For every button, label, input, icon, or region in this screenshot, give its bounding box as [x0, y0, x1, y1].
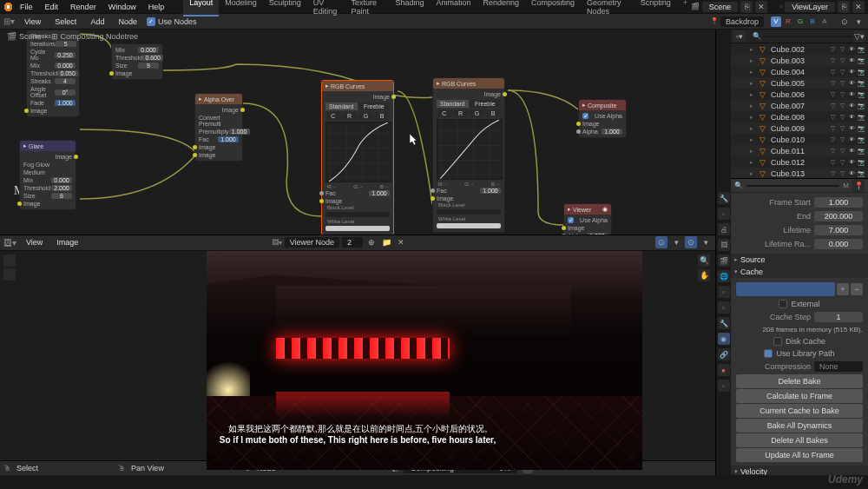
viewport-toggle-icon[interactable]: ▽ — [828, 147, 837, 155]
glare-type[interactable]: Fog Glow — [23, 161, 72, 169]
use-alpha-check[interactable]: ✓ — [568, 217, 574, 223]
props-search[interactable] — [746, 185, 839, 187]
prop-value[interactable]: 0° — [55, 89, 76, 96]
tab-compositing[interactable]: Compositing — [525, 0, 581, 17]
display-mode-icon[interactable]: ▫▾ — [733, 30, 746, 43]
socket-label[interactable]: Image — [115, 70, 132, 76]
object-name[interactable]: Cube.006 — [771, 90, 805, 99]
cache-step-value[interactable]: 1 — [814, 312, 863, 322]
curve-std-tab[interactable]: Standard — [326, 102, 358, 110]
outliner-item[interactable]: ▸▽Cube.003▽▽👁📷 — [731, 55, 868, 66]
expand-icon[interactable]: ▸ — [750, 114, 757, 121]
node-editor[interactable]: 🎬Scene › ⊞Compositing Nodetree M Streaks — [0, 30, 715, 235]
viewport-toggle-icon[interactable]: ▽ — [828, 135, 837, 144]
channel-v[interactable]: V — [771, 17, 781, 27]
lifetime-value[interactable]: 7.000 — [814, 225, 863, 235]
viewport-toggle-icon[interactable]: ▽ — [828, 45, 837, 54]
object-name[interactable]: Cube.010 — [771, 135, 805, 144]
white-level[interactable]: White Level — [438, 216, 465, 221]
expand-icon[interactable]: ▸ — [750, 80, 757, 87]
render-toggle-icon[interactable]: ▽ — [838, 113, 846, 122]
current-cache-to-bake-button[interactable]: Current Cache to Bake — [736, 404, 863, 418]
camera-icon[interactable]: 📷 — [857, 45, 865, 54]
image-socket[interactable]: Image — [326, 198, 342, 204]
image-menu-img[interactable]: Image — [52, 237, 82, 248]
outliner-item[interactable]: ▸▽Cube.005▽▽👁📷 — [731, 77, 868, 89]
filter-icon[interactable]: ▽▾ — [853, 30, 865, 43]
lifetime-ra-value[interactable]: 0.000 — [814, 239, 863, 249]
curve-graph-2[interactable] — [437, 119, 503, 180]
image-socket[interactable]: Image — [437, 195, 453, 202]
curve-r-tab2[interactable]: R — [453, 109, 469, 117]
scene-new-button[interactable]: ⎘ — [740, 1, 753, 13]
curve-c-tab[interactable]: C — [326, 112, 341, 120]
viewlayer-new-button[interactable]: ⎘ — [838, 1, 850, 13]
glare-quality[interactable]: Medium — [23, 169, 72, 176]
use-alpha-check[interactable]: ✓ — [582, 113, 589, 119]
alpha-socket[interactable]: Alpha — [582, 129, 598, 135]
render-toggle-icon[interactable]: ▽ — [838, 135, 846, 144]
node-rgb-curves-2[interactable]: ▸ RGB Curves Image Standard Freebie C R … — [432, 77, 505, 233]
expand-icon[interactable]: ▸ — [750, 57, 757, 64]
tab-add[interactable]: + — [677, 0, 689, 17]
sample-tool-icon[interactable] — [3, 254, 16, 267]
node-menu[interactable]: Node — [114, 17, 141, 27]
add-menu[interactable]: Add — [86, 17, 108, 27]
viewport-toggle-icon[interactable]: ▽ — [828, 158, 837, 167]
camera-icon[interactable]: 📷 — [857, 56, 865, 65]
black-level[interactable]: Black Level — [438, 202, 465, 208]
pin-icon[interactable]: 📍 — [710, 17, 719, 25]
use-nodes-checkbox[interactable]: ✓ Use Nodes — [147, 17, 197, 26]
node-rgb-curves-1[interactable]: ▸ RGB Curves Image Standard Freebie C R … — [321, 80, 394, 235]
curve-b-tab2[interactable]: B — [485, 109, 501, 117]
prop-value[interactable]: 9 — [138, 63, 159, 69]
scene-selector[interactable]: Scene — [702, 2, 739, 12]
tab-texture[interactable]: Texture Paint — [345, 0, 390, 17]
render-tab-icon[interactable]: ▫ — [718, 208, 730, 220]
render-toggle-icon[interactable]: ▽ — [838, 158, 846, 167]
camera-icon[interactable]: 📷 — [857, 158, 865, 167]
tab-sculpting[interactable]: Sculpting — [263, 0, 307, 17]
external-check[interactable] — [779, 300, 787, 308]
gizmo-icon-1[interactable]: ⊙ — [655, 236, 667, 248]
outliner-list[interactable]: ▸▽Cube.002▽▽👁📷▸▽Cube.003▽▽👁📷▸▽Cube.004▽▽… — [731, 43, 868, 179]
visibility-icon[interactable]: 👁 — [847, 158, 856, 167]
socket-label[interactable]: Image — [30, 108, 47, 114]
tab-shading[interactable]: Shading — [389, 0, 430, 17]
open-image-icon[interactable]: 📁 — [380, 236, 392, 248]
outliner-item[interactable]: ▸▽Cube.012▽▽👁📷 — [731, 156, 868, 168]
view-menu-img[interactable]: View — [22, 237, 47, 248]
update-all-to-frame-button[interactable]: Update All to Frame — [736, 448, 863, 462]
curve-std-tab2[interactable]: Standard — [437, 100, 469, 108]
render-menu[interactable]: Render — [65, 2, 102, 12]
zoom-gizmo-icon[interactable]: 🔍 — [698, 254, 710, 267]
expand-icon[interactable]: ▸ — [750, 46, 757, 53]
outliner-item[interactable]: ▸▽Cube.007▽▽👁📷 — [731, 100, 868, 111]
physics-tab-icon[interactable]: ◉ — [718, 333, 730, 345]
channel-a[interactable]: A — [819, 17, 830, 27]
texture-tab-icon[interactable]: ▫ — [718, 380, 730, 392]
visibility-icon[interactable]: 👁 — [847, 56, 856, 65]
window-menu[interactable]: Window — [103, 2, 141, 12]
delete-bake-button[interactable]: Delete Bake — [736, 374, 863, 388]
fac-value[interactable]: 1.000 — [369, 190, 390, 196]
render-toggle-icon[interactable]: ▽ — [838, 45, 846, 54]
bc-scene[interactable]: Scene — [19, 32, 42, 41]
visibility-icon[interactable]: 👁 — [847, 68, 856, 76]
viewlayer-delete-button[interactable]: ✕ — [852, 1, 865, 13]
object-name[interactable]: Cube.012 — [771, 158, 805, 167]
outliner-item[interactable]: ▸▽Cube.006▽▽👁📷 — [731, 89, 868, 100]
unlink-icon[interactable]: ✕ — [395, 236, 407, 248]
viewlayer-selector[interactable]: ViewLayer — [785, 2, 835, 12]
alpha-value[interactable]: 1.000 — [602, 129, 622, 135]
modifiers-tab-icon[interactable]: 🔧 — [718, 317, 730, 329]
camera-icon[interactable]: 📷 — [857, 90, 865, 99]
prop-value[interactable]: 1.000 — [218, 136, 239, 142]
gizmo-icon-3[interactable]: ⊙ — [685, 236, 697, 248]
tab-layout[interactable]: Layout — [183, 0, 219, 17]
visibility-icon[interactable]: 👁 — [847, 45, 856, 54]
node-title-viewer[interactable]: ▸ Viewer◉ — [564, 204, 611, 215]
expand-icon[interactable]: ▸ — [750, 125, 757, 132]
prop-value[interactable]: 0.250 — [55, 52, 76, 58]
tab-geometry[interactable]: Geometry Nodes — [581, 0, 635, 17]
